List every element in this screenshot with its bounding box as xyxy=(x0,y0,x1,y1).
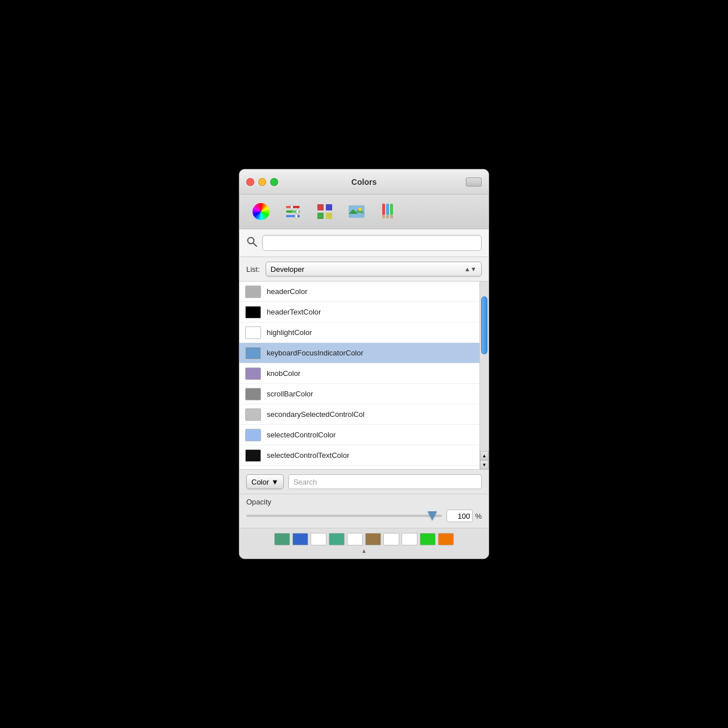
svg-rect-20 xyxy=(382,215,385,218)
color-swatch xyxy=(245,286,261,298)
list-selector: List: Developer ▲▼ xyxy=(239,257,489,282)
toolbar xyxy=(239,195,489,229)
color-swatch xyxy=(245,347,261,359)
opacity-value-box: % xyxy=(446,510,482,522)
svg-point-16 xyxy=(358,208,362,211)
svg-line-24 xyxy=(253,243,257,246)
color-list-content: headerColorheaderTextColorhighlightColor… xyxy=(239,282,479,469)
color-list: headerColorheaderTextColorhighlightColor… xyxy=(239,282,489,469)
scroll-arrows: ▲ ▼ xyxy=(480,451,489,469)
scroll-thumb[interactable] xyxy=(481,296,487,355)
maximize-button[interactable] xyxy=(270,178,278,186)
close-button[interactable] xyxy=(246,178,254,186)
color-swatch xyxy=(245,449,261,462)
palette-swatch[interactable] xyxy=(365,533,381,545)
color-list-item[interactable]: selectedControlTextColor xyxy=(239,445,479,466)
palette-swatch[interactable] xyxy=(311,533,326,545)
search-icon xyxy=(246,236,258,250)
svg-rect-22 xyxy=(390,215,393,218)
color-swatch xyxy=(245,326,261,339)
sliders-btn[interactable] xyxy=(278,199,308,224)
svg-rect-7 xyxy=(296,209,299,214)
list-dropdown[interactable]: Developer ▲▼ xyxy=(266,262,482,276)
color-list-item[interactable]: secondarySelectedControlCol xyxy=(239,404,479,425)
color-item-name: headerColor xyxy=(267,287,308,296)
color-item-name: selectedControlTextColor xyxy=(267,451,349,460)
opacity-track xyxy=(246,515,442,517)
color-swatch xyxy=(245,306,261,318)
colors-window: Colors xyxy=(239,169,489,559)
list-label: List: xyxy=(246,265,260,274)
color-list-item[interactable]: keyboardFocusIndicatorColor xyxy=(239,343,479,363)
color-list-item[interactable]: selectedControlColor xyxy=(239,425,479,445)
color-list-item[interactable]: scrollBarColor xyxy=(239,384,479,404)
svg-rect-10 xyxy=(326,204,332,210)
svg-rect-9 xyxy=(317,204,324,210)
color-list-item[interactable]: highlightColor xyxy=(239,322,479,343)
crayon-btn[interactable] xyxy=(374,199,403,224)
palette-swatch[interactable] xyxy=(329,533,345,545)
color-dropdown-arrow-icon: ▼ xyxy=(271,478,279,486)
opacity-slider[interactable] xyxy=(246,510,442,522)
svg-rect-11 xyxy=(317,213,324,219)
window-resize-button[interactable] xyxy=(466,177,482,187)
color-swatch xyxy=(245,408,261,421)
palette-swatch[interactable] xyxy=(438,533,454,545)
color-list-item[interactable]: headerTextColor xyxy=(239,302,479,322)
color-list-item[interactable]: selectedKnobColor xyxy=(239,466,479,469)
svg-rect-18 xyxy=(386,204,389,215)
color-item-name: headerTextColor xyxy=(267,308,321,316)
color-wheel-btn[interactable] xyxy=(246,199,276,224)
svg-rect-19 xyxy=(390,204,393,215)
opacity-label: Opacity xyxy=(246,498,482,506)
palette-section: ▲ xyxy=(239,528,489,559)
crayon-icon xyxy=(379,202,398,221)
bottom-bar: Color ▼ Search xyxy=(239,469,489,494)
image-btn[interactable] xyxy=(342,199,371,224)
color-item-name: highlightColor xyxy=(267,328,312,337)
minimize-button[interactable] xyxy=(258,178,266,186)
palette-icon xyxy=(316,202,334,221)
palette-row xyxy=(274,533,454,545)
color-item-name: scrollBarColor xyxy=(267,390,313,398)
palette-btn[interactable] xyxy=(310,199,340,224)
image-icon xyxy=(348,202,366,221)
window-title: Colors xyxy=(351,177,377,187)
palette-swatch[interactable] xyxy=(420,533,436,545)
scroll-arrow-down[interactable]: ▼ xyxy=(480,460,489,469)
svg-rect-21 xyxy=(386,215,389,218)
scroll-arrow-up[interactable]: ▲ xyxy=(480,451,489,460)
svg-rect-6 xyxy=(291,205,293,209)
titlebar: Colors xyxy=(239,169,489,195)
search-input-top[interactable] xyxy=(262,235,482,251)
color-swatch xyxy=(245,388,261,400)
svg-rect-12 xyxy=(326,213,332,219)
traffic-lights xyxy=(246,178,278,186)
search-bottom[interactable]: Search xyxy=(288,474,482,489)
opacity-percent-label: % xyxy=(475,512,482,520)
svg-rect-8 xyxy=(295,214,297,218)
color-wheel-icon xyxy=(253,203,270,220)
svg-rect-5 xyxy=(286,215,296,217)
sliders-icon xyxy=(284,202,302,221)
opacity-thumb-shape xyxy=(428,511,437,520)
opacity-row: % xyxy=(246,510,482,522)
color-item-name: selectedControlColor xyxy=(267,431,336,439)
palette-swatch[interactable] xyxy=(347,533,363,545)
scrollbar[interactable]: ▲ ▼ xyxy=(479,282,489,469)
color-item-name: keyboardFocusIndicatorColor xyxy=(267,349,363,357)
color-dropdown-button[interactable]: Color ▼ xyxy=(246,474,284,489)
color-dropdown-label: Color xyxy=(251,478,269,486)
opacity-input[interactable] xyxy=(446,510,473,522)
palette-swatch[interactable] xyxy=(292,533,308,545)
palette-arrow-icon: ▲ xyxy=(361,548,367,554)
color-item-name: secondarySelectedControlCol xyxy=(267,410,365,419)
color-list-item[interactable]: headerColor xyxy=(239,282,479,302)
opacity-section: Opacity % xyxy=(239,494,489,528)
palette-swatch[interactable] xyxy=(383,533,399,545)
color-item-name: knobColor xyxy=(267,369,300,378)
search-bar-top xyxy=(239,229,489,257)
color-list-item[interactable]: knobColor xyxy=(239,363,479,384)
palette-swatch[interactable] xyxy=(402,533,417,545)
palette-swatch[interactable] xyxy=(274,533,290,545)
